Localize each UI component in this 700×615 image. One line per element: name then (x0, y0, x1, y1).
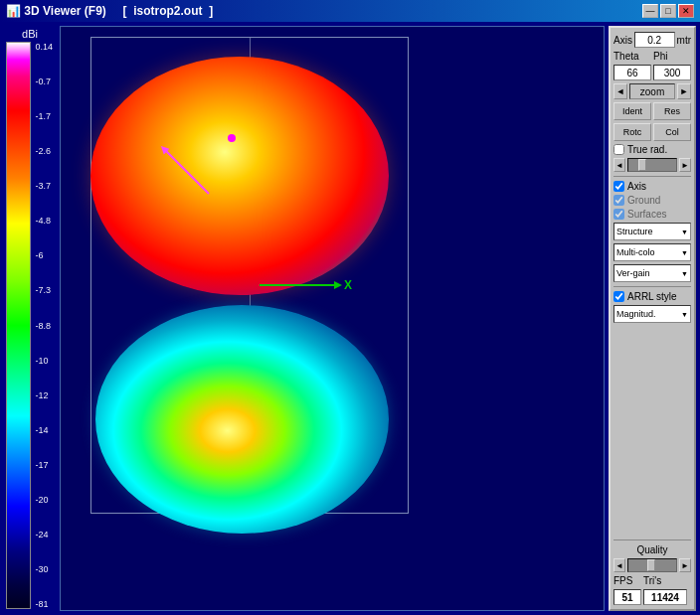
arrl-label: ARRL style (627, 291, 677, 302)
quality-slider-thumb[interactable] (647, 559, 655, 571)
phi-input[interactable] (653, 65, 691, 80)
legend-label: -8.8 (35, 321, 53, 331)
color-bar (6, 42, 31, 609)
ground-check-label: Ground (627, 195, 660, 206)
legend-label: -2.6 (35, 146, 53, 156)
phi-label: Phi (653, 51, 667, 62)
legend-label: -4.8 (35, 216, 53, 226)
maximize-button[interactable]: □ (660, 4, 676, 18)
vertex-point (228, 134, 236, 142)
ground-check-row: Ground (613, 195, 691, 206)
surfaces-checkbox[interactable] (613, 209, 624, 220)
legend-bar-container: 0.14 -0.7 -1.7 -2.6 -3.7 -4.8 -6 -7.3 -8… (6, 42, 54, 609)
legend-label: -7.3 (35, 285, 53, 295)
zoom-right-button[interactable]: ► (677, 83, 691, 99)
multi-colo-dropdown-row: Multi-colo ▼ (613, 243, 691, 261)
quality-slider-row: ◄ ► (613, 558, 691, 572)
dropdown-arrow-icon: ▼ (681, 270, 688, 277)
legend-label: -30 (35, 564, 53, 574)
magnitude-dropdown-row: Magnitud. ▼ (613, 305, 691, 323)
minimize-button[interactable]: — (642, 4, 658, 18)
ver-gain-dropdown[interactable]: Ver-gain ▼ (613, 264, 691, 282)
axis-input[interactable] (634, 32, 675, 48)
zoom-left-button[interactable]: ◄ (613, 83, 627, 99)
legend-label: -3.7 (35, 181, 53, 191)
magnitude-dropdown[interactable]: Magnitud. ▼ (613, 305, 691, 323)
slider-thumb[interactable] (638, 159, 646, 171)
structure-dropdown-row: Structure ▼ (613, 223, 691, 240)
legend-label: 0.14 (35, 42, 53, 52)
theta-phi-labels: Theta Phi (613, 51, 691, 62)
ground-checkbox[interactable] (613, 195, 624, 206)
fps-tris-values: 51 11424 (613, 589, 691, 605)
ver-gain-dropdown-row: Ver-gain ▼ (613, 264, 691, 282)
theta-input[interactable] (613, 65, 651, 80)
quality-slider-left[interactable]: ◄ (613, 558, 625, 572)
window-title: 📊 3D Viewer (F9) [ isotrop2.out ] (6, 4, 213, 18)
tris-label: Tri's (643, 575, 661, 586)
surfaces-check-label: Surfaces (627, 209, 666, 220)
close-button[interactable]: ✕ (678, 4, 694, 18)
dropdown-arrow-icon: ▼ (681, 229, 688, 235)
res-button[interactable]: Res (653, 102, 691, 120)
surfaces-check-row: Surfaces (613, 209, 691, 220)
col-button[interactable]: Col (653, 123, 691, 141)
legend-label: -12 (35, 390, 53, 400)
file-name: isotrop2.out (133, 4, 202, 18)
fps-value: 51 (613, 589, 641, 605)
quality-label: Quality (613, 544, 691, 555)
quality-slider-track[interactable] (627, 558, 677, 572)
ident-button[interactable]: Ident (613, 102, 651, 120)
legend-label: -6 (35, 250, 53, 260)
divider-2 (613, 286, 691, 287)
axis-checkbox[interactable] (613, 181, 624, 192)
window-controls: — □ ✕ (642, 4, 694, 18)
color-legend: dBi 0.14 -0.7 -1.7 -2.6 -3.7 -4.8 -6 -7.… (4, 26, 56, 611)
slider-track[interactable] (627, 158, 677, 172)
lower-lobe (95, 305, 389, 534)
legend-label: -17 (35, 460, 53, 470)
rotc-button[interactable]: Rotc (613, 123, 651, 141)
divider-1 (613, 176, 691, 177)
axis-row: Axis mtr (613, 32, 691, 48)
fps-tris-labels: FPS Tri's (613, 575, 691, 586)
legend-label: -20 (35, 495, 53, 505)
zoom-label: zoom (629, 83, 675, 99)
axis-unit-label: mtr (677, 35, 691, 46)
right-panel: Axis mtr Theta Phi ◄ zoom ► Ident Res Ro… (609, 26, 696, 611)
legend-label: -81 (35, 599, 53, 609)
tris-value: 11424 (643, 589, 687, 605)
structure-dropdown[interactable]: Structure ▼ (613, 223, 691, 240)
rotc-col-row: Rotc Col (613, 123, 691, 141)
slider-right-button[interactable]: ► (679, 158, 691, 172)
legend-label: -1.7 (35, 111, 53, 121)
legend-title: dBi (6, 28, 54, 40)
slider-left-button[interactable]: ◄ (613, 158, 625, 172)
left-panel: dBi 0.14 -0.7 -1.7 -2.6 -3.7 -4.8 -6 -7.… (4, 26, 605, 611)
title-bar: 📊 3D Viewer (F9) [ isotrop2.out ] — □ ✕ (0, 0, 700, 22)
legend-label: -0.7 (35, 77, 53, 86)
legend-label: -10 (35, 356, 53, 366)
slider-row: ◄ ► (613, 158, 691, 172)
theta-label: Theta (613, 51, 651, 62)
multi-colo-dropdown[interactable]: Multi-colo ▼ (613, 243, 691, 261)
true-rad-checkbox[interactable] (613, 144, 624, 155)
main-area: dBi 0.14 -0.7 -1.7 -2.6 -3.7 -4.8 -6 -7.… (0, 22, 700, 615)
x-axis: X (260, 278, 352, 292)
legend-label: -14 (35, 425, 53, 435)
title-icon: 📊 (6, 4, 21, 18)
3d-viewport[interactable]: X (60, 26, 605, 611)
axis-check-row: Axis (613, 181, 691, 192)
ident-res-row: Ident Res (613, 102, 691, 120)
dropdown-arrow-icon: ▼ (681, 249, 688, 256)
arrl-checkbox[interactable] (613, 291, 624, 302)
theta-phi-values (613, 65, 691, 80)
x-axis-label: X (344, 278, 352, 292)
upper-lobe (90, 57, 389, 295)
spacer (613, 326, 691, 536)
quality-slider-right[interactable]: ► (679, 558, 691, 572)
arrl-check-row: ARRL style (613, 291, 691, 302)
fps-label: FPS (613, 575, 641, 586)
dropdown-arrow-icon: ▼ (681, 311, 688, 318)
true-rad-label: True rad. (627, 144, 667, 155)
